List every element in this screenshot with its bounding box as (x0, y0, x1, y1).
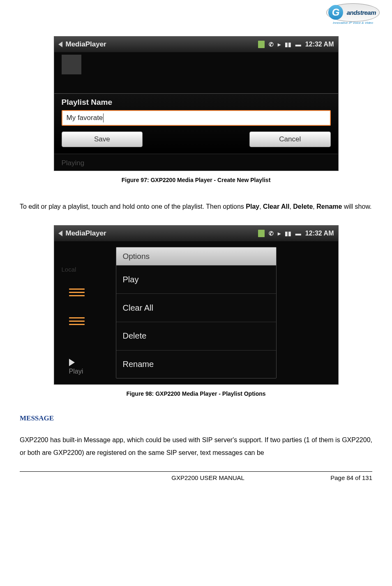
screenshot-create-playlist: MediaPlayer ✆ ▸ ▮▮ ▬ 12:32 AM Playlist N… (54, 36, 339, 171)
side-play-label: Playi (69, 368, 83, 375)
signal-icon: ▮▮ (285, 41, 291, 48)
playlist-name-label: Playlist Name (62, 98, 331, 107)
dot-icon: ▸ (278, 41, 281, 48)
app-title: MediaPlayer (66, 40, 106, 48)
options-menu-header: Options (116, 247, 276, 265)
cancel-button[interactable]: Cancel (249, 132, 331, 147)
message-heading: MESSAGE (20, 414, 372, 422)
para1-pre: To edit or play a playlist, touch and ho… (20, 203, 246, 210)
side-play-group: Playi (69, 359, 83, 375)
app-title-2: MediaPlayer (66, 229, 106, 238)
card-icon-2 (258, 230, 265, 237)
playlist-name-value: My favorate (67, 114, 103, 122)
menu-item-clear-all[interactable]: Clear All (116, 294, 276, 322)
menu-item-delete[interactable]: Delete (116, 322, 276, 351)
battery-icon-2: ▬ (295, 230, 301, 237)
logo-oval: G andstream (326, 3, 380, 22)
back-icon-2 (58, 231, 62, 236)
logo-brand-text: andstream (347, 9, 376, 16)
opt-clearall: Clear All (263, 203, 289, 210)
text-cursor-icon (103, 113, 104, 122)
opt-play: Play (246, 203, 259, 210)
clock-text: 12:32 AM (305, 41, 334, 48)
play-icon (69, 359, 75, 366)
battery-icon: ▬ (295, 41, 301, 48)
card-icon (258, 41, 265, 48)
page-footer: GXP2200 USER MANUAL Page 84 of 131 (20, 471, 372, 481)
list-lines-icon (69, 286, 85, 298)
edit-playlist-paragraph: To edit or play a playlist, touch and ho… (20, 201, 372, 213)
figure-97-caption: Figure 97: GXP2200 Media Player - Create… (20, 177, 372, 183)
playing-label: Playing (62, 159, 85, 167)
list-lines-icon-2 (69, 315, 85, 327)
menu-item-play[interactable]: Play (116, 265, 276, 294)
logo-g-icon: G (328, 5, 343, 20)
back-icon (58, 42, 62, 47)
para1-post: will show. (342, 203, 371, 210)
brand-logo: G andstream Innovative IP Voice & Video (326, 3, 380, 25)
menu-item-rename[interactable]: Rename (116, 351, 276, 378)
clock-text-2: 12:32 AM (305, 230, 334, 237)
screenshot-playlist-options: MediaPlayer ✆ ▸ ▮▮ ▬ 12:32 AM Local Play… (54, 225, 339, 385)
statusbar: MediaPlayer ✆ ▸ ▮▮ ▬ 12:32 AM (54, 37, 338, 52)
side-local-label: Local (62, 266, 76, 273)
footer-title: GXP2200 USER MANUAL (85, 474, 330, 481)
phone-icon: ✆ (269, 41, 274, 48)
opt-rename: Rename (316, 203, 342, 210)
playlist-name-input[interactable]: My favorate (62, 110, 331, 126)
figure-98-caption: Figure 98: GXP2200 Media Player - Playli… (20, 390, 372, 397)
phone-icon-2: ✆ (269, 230, 274, 237)
opt-delete: Delete (293, 203, 313, 210)
save-button[interactable]: Save (62, 132, 143, 147)
album-tile-icon (62, 55, 81, 74)
create-playlist-panel: Playlist Name My favorate Save Cancel (54, 93, 338, 154)
message-paragraph: GXP2200 has built-in Message app, which … (20, 434, 372, 459)
footer-page: Page 84 of 131 (330, 474, 372, 481)
options-menu: Options Play Clear All Delete Rename (116, 247, 277, 378)
statusbar-2: MediaPlayer ✆ ▸ ▮▮ ▬ 12:32 AM (54, 226, 338, 241)
signal-icon-2: ▮▮ (285, 230, 291, 237)
dot-icon-2: ▸ (278, 230, 281, 237)
